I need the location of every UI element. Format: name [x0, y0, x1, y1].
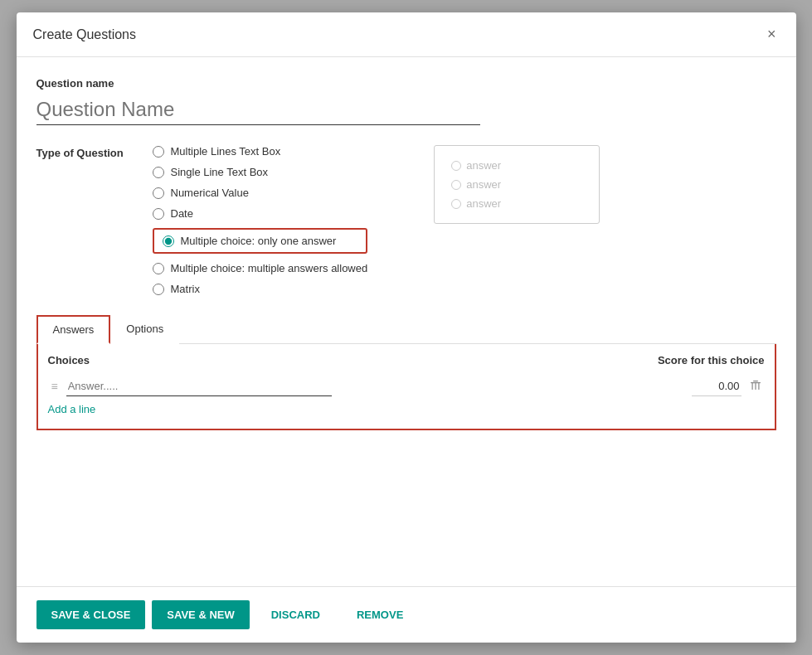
discard-button[interactable]: DISCARD: [256, 600, 335, 629]
remove-button[interactable]: REMOVE: [342, 600, 418, 629]
preview-row-1: answer: [451, 159, 582, 172]
radio-option-multiple-choice-one[interactable]: Multiple choice: only one answer: [153, 228, 368, 254]
answer-text-input[interactable]: [66, 376, 332, 396]
table-row: ≡: [48, 373, 765, 400]
choices-label: Choices: [48, 354, 90, 366]
type-of-question-label: Type of Question: [36, 145, 153, 159]
preview-row-2: answer: [451, 178, 582, 191]
preview-radio-circle-1: [451, 161, 461, 171]
radio-label-numerical: Numerical Value: [171, 187, 249, 199]
radio-label-single-line: Single Line Text Box: [171, 166, 269, 178]
type-of-question-section: Type of Question Multiple Lines Text Box…: [36, 145, 776, 295]
question-preview-box: answer answer answer: [434, 145, 600, 224]
radio-option-matrix[interactable]: Matrix: [153, 283, 368, 295]
modal-dialog: Create Questions × Question name Type of…: [17, 12, 796, 643]
radio-option-multiple-lines[interactable]: Multiple Lines Text Box: [153, 145, 368, 158]
tab-answers[interactable]: Answers: [36, 315, 111, 344]
modal-header: Create Questions ×: [17, 12, 796, 57]
radio-label-multiple-lines: Multiple Lines Text Box: [171, 145, 281, 158]
svg-rect-4: [758, 383, 759, 390]
preview-radio-circle-2: [451, 180, 461, 190]
drag-handle-icon[interactable]: ≡: [48, 378, 61, 395]
question-name-input[interactable]: [36, 95, 480, 125]
radio-multiple-lines[interactable]: [153, 146, 164, 158]
tabs-section: Answers Options Choices Score for this c…: [36, 315, 776, 430]
radio-date[interactable]: [153, 208, 164, 220]
modal-body: Question name Type of Question Multiple …: [17, 57, 796, 586]
answers-panel: Choices Score for this choice ≡: [36, 344, 776, 430]
radio-numerical[interactable]: [153, 187, 164, 199]
radio-matrix[interactable]: [153, 284, 164, 295]
save-close-button[interactable]: SAVE & CLOSE: [36, 600, 146, 629]
svg-rect-2: [751, 383, 752, 390]
radio-option-single-line[interactable]: Single Line Text Box: [153, 166, 368, 178]
question-name-label: Question name: [36, 77, 776, 90]
question-type-options: Multiple Lines Text Box Single Line Text…: [153, 145, 368, 295]
modal-footer: SAVE & CLOSE SAVE & NEW DISCARD REMOVE: [17, 586, 796, 643]
modal-overlay: Create Questions × Question name Type of…: [0, 0, 812, 655]
svg-rect-1: [753, 381, 758, 381]
radio-label-date: Date: [171, 207, 193, 220]
save-new-button[interactable]: SAVE & NEW: [152, 600, 249, 629]
tabs-row: Answers Options: [36, 315, 776, 344]
radio-multiple-choice-many[interactable]: [153, 263, 164, 274]
radio-multiple-choice-one[interactable]: [163, 235, 174, 247]
radio-single-line[interactable]: [153, 167, 164, 178]
tab-options[interactable]: Options: [110, 315, 179, 344]
radio-option-numerical[interactable]: Numerical Value: [153, 187, 368, 199]
add-line-button[interactable]: Add a line: [48, 400, 96, 419]
radio-label-multiple-choice-one: Multiple choice: only one answer: [181, 235, 337, 247]
modal-title: Create Questions: [33, 27, 137, 42]
radio-label-matrix: Matrix: [171, 283, 200, 295]
radio-label-multiple-choice-many: Multiple choice: multiple answers allowe…: [171, 262, 368, 274]
choices-header: Choices Score for this choice: [48, 354, 765, 366]
preview-row-3: answer: [451, 197, 582, 210]
close-button[interactable]: ×: [764, 26, 780, 43]
preview-answer-2: answer: [466, 178, 501, 191]
preview-radio-circle-3: [451, 199, 461, 209]
score-for-choice-label: Score for this choice: [658, 354, 765, 366]
question-name-field: Question name: [36, 77, 776, 145]
preview-answer-3: answer: [466, 197, 501, 210]
radio-option-multiple-choice-many[interactable]: Multiple choice: multiple answers allowe…: [153, 262, 368, 274]
radio-option-date[interactable]: Date: [153, 207, 368, 220]
delete-answer-button[interactable]: [746, 378, 765, 395]
score-input[interactable]: [692, 376, 741, 396]
preview-answer-1: answer: [466, 159, 501, 172]
svg-rect-3: [755, 383, 756, 390]
